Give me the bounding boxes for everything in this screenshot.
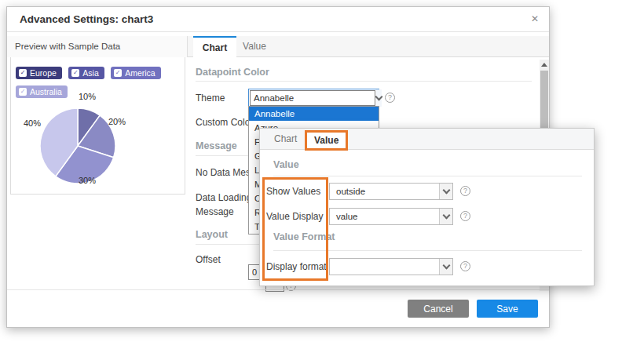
tab-chart[interactable]: Chart bbox=[193, 36, 236, 58]
close-icon[interactable]: ✕ bbox=[531, 13, 539, 24]
legend-chip-america[interactable]: ✓America bbox=[111, 67, 161, 79]
theme-input[interactable] bbox=[250, 90, 375, 106]
checkbox-checked-icon[interactable]: ✓ bbox=[19, 69, 27, 77]
value-display-help-icon[interactable]: ? bbox=[460, 211, 470, 221]
checkbox-checked-icon[interactable]: ✓ bbox=[114, 69, 122, 77]
select-dropdown-button[interactable] bbox=[439, 259, 452, 275]
section-datapoint-color: Datapoint Color bbox=[196, 67, 269, 78]
legend-label: Asia bbox=[82, 68, 98, 78]
tab-strip: Preview with Sample Data Chart Value bbox=[7, 36, 549, 57]
divider bbox=[196, 81, 532, 82]
value-settings-panel: Chart Value Value Show Values outside ? … bbox=[259, 128, 595, 286]
legend-label: Europe bbox=[30, 68, 57, 78]
theme-option[interactable]: Annabelle bbox=[249, 107, 379, 121]
show-values-select[interactable]: outside bbox=[329, 183, 453, 200]
theme-combobox[interactable] bbox=[248, 89, 379, 107]
legend-chip-australia[interactable]: ✓Australia bbox=[16, 85, 68, 98]
overlay-tab-chart[interactable]: Chart bbox=[274, 129, 297, 150]
overlay-tab-strip: Chart Value bbox=[260, 129, 594, 150]
legend-chip-asia[interactable]: ✓Asia bbox=[68, 67, 104, 79]
display-format-help-icon[interactable]: ? bbox=[460, 261, 470, 271]
pie-value-label: 40% bbox=[24, 118, 41, 128]
preview-panel: ✓Europe ✓Asia ✓America ✓Australia 10% 20… bbox=[10, 57, 185, 195]
offset-label: Offset bbox=[196, 254, 221, 265]
checkbox-checked-icon[interactable]: ✓ bbox=[19, 88, 27, 96]
legend-label: America bbox=[125, 68, 156, 78]
show-values-value: outside bbox=[336, 187, 365, 196]
value-display-select[interactable]: value bbox=[329, 208, 453, 225]
chevron-down-icon bbox=[375, 93, 383, 101]
chevron-down-icon bbox=[442, 187, 450, 195]
pie-chart-svg bbox=[35, 103, 121, 189]
display-format-select[interactable] bbox=[329, 258, 453, 275]
chevron-down-icon bbox=[442, 212, 450, 220]
select-dropdown-button[interactable] bbox=[439, 209, 452, 224]
scrollbar-thumb[interactable] bbox=[540, 71, 548, 132]
pie-chart bbox=[35, 103, 121, 189]
chevron-down-icon bbox=[442, 262, 450, 270]
save-button[interactable]: Save bbox=[477, 300, 538, 318]
theme-label: Theme bbox=[196, 93, 225, 104]
pie-value-label: 30% bbox=[79, 176, 96, 185]
overlay-section-value: Value bbox=[273, 159, 299, 170]
show-values-help-icon[interactable]: ? bbox=[460, 186, 470, 196]
tab-value[interactable]: Value bbox=[236, 36, 273, 57]
cancel-button[interactable]: Cancel bbox=[408, 300, 469, 318]
annotation-highlight-box bbox=[262, 177, 328, 281]
legend-chip-europe[interactable]: ✓Europe bbox=[16, 67, 62, 79]
section-layout: Layout bbox=[196, 229, 228, 240]
preview-header: Preview with Sample Data bbox=[7, 36, 188, 57]
dialog-footer: Cancel Save bbox=[7, 289, 549, 327]
overlay-tab-value[interactable]: Value bbox=[305, 130, 348, 151]
dialog-titlebar: Advanced Settings: chart3 ✕ bbox=[7, 7, 549, 32]
checkbox-checked-icon[interactable]: ✓ bbox=[71, 69, 79, 77]
dialog-title: Advanced Settings: chart3 bbox=[20, 13, 153, 25]
legend-label: Australia bbox=[30, 87, 62, 96]
theme-dropdown-button[interactable] bbox=[376, 89, 382, 107]
theme-help-icon[interactable]: ? bbox=[385, 93, 395, 103]
section-message: Message bbox=[196, 140, 237, 151]
pie-value-label: 10% bbox=[79, 92, 96, 101]
divider bbox=[273, 176, 582, 176]
scroll-up-icon[interactable] bbox=[541, 63, 547, 67]
value-display-value: value bbox=[336, 212, 358, 221]
select-dropdown-button[interactable] bbox=[439, 184, 452, 199]
pie-value-label: 20% bbox=[108, 117, 126, 126]
